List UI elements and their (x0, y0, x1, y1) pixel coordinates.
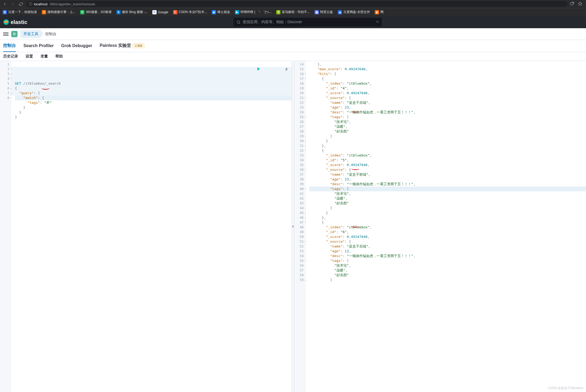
request-pane: 12345678 GET /itbluebox/_search{ "query"… (0, 61, 292, 392)
bookmarks-bar: 百百度一下，你就知道S搜狗搜索引擎 - 上...O360搜索，SO靠谱b微软 B… (0, 8, 586, 16)
request-gutter: 12345678 (0, 61, 11, 392)
response-pane: 1415161718192021222324252627282930313233… (294, 61, 586, 392)
share-icon[interactable] (570, 2, 574, 7)
subtab[interactable]: 变量 (40, 54, 48, 59)
subtabs: 历史记录设置变量帮助 (0, 52, 586, 61)
bookmark-item[interactable]: 百百度一下，你就知道 (3, 10, 37, 14)
subtab[interactable]: 设置 (26, 54, 33, 59)
bookmark-item[interactable]: GGoogle (152, 10, 168, 14)
tab[interactable]: 控制台 (3, 40, 16, 52)
bookmark-item[interactable]: CCSDN-专业IT技术... (173, 10, 207, 14)
back-button[interactable] (2, 1, 7, 7)
subtab[interactable]: 历史记录 (3, 54, 18, 59)
breadcrumb-console: 控制台 (40, 30, 60, 38)
pane-splitter[interactable]: ▮ (292, 61, 294, 392)
tab[interactable]: Painless 实验室公测版 (100, 40, 144, 52)
elastic-logo[interactable]: elastic (3, 19, 27, 25)
url-host: localhost (34, 2, 47, 6)
search-placeholder: 查找应用、内容等。例如：Discover (243, 20, 302, 24)
bookmark-item[interactable]: ▶哔哩哔哩 ( ゜- ゜)つ... (235, 10, 271, 14)
watermark: CSDN @蓝盒子itbluebox (548, 386, 583, 390)
breadcrumb: 开发工具 控制台 (20, 30, 60, 38)
response-gutter: 1415161718192021222324252627282930313233… (294, 61, 306, 392)
tabs-bar: 控制台Search ProfilerGrok DebuggerPainless … (0, 40, 586, 52)
annotation-mark (351, 110, 359, 113)
bookmark-item[interactable]: ◐网 (375, 10, 384, 14)
tab[interactable]: Grok Debugger (61, 40, 92, 52)
forward-button[interactable] (10, 1, 15, 7)
annotation-mark (351, 225, 359, 228)
tab[interactable]: Search Profiler (23, 40, 54, 52)
global-search[interactable]: 查找应用、内容等。例如：Discover ^/ (233, 17, 382, 27)
wrench-icon[interactable] (263, 62, 288, 77)
elastic-brand-text: elastic (11, 19, 27, 25)
response-viewer[interactable]: }, "max_score": 0.49247646, "hits": [ { … (306, 61, 586, 392)
request-editor[interactable]: GET /itbluebox/_search{ "query": { "matc… (11, 61, 292, 392)
bookmark-item[interactable]: O360搜索，SO靠谱 (80, 10, 112, 14)
elastic-header: elastic 查找应用、内容等。例如：Discover ^/ (0, 16, 586, 28)
avatar[interactable]: D (11, 31, 18, 37)
breadcrumb-bar: D 开发工具 控制台 (0, 28, 586, 40)
bookmark-item[interactable]: ◒百度网盘-全部文件 (338, 10, 370, 14)
bookmark-item[interactable]: b微软 Bing 搜索 -... (116, 10, 148, 14)
svg-rect-0 (571, 2, 573, 5)
star-icon[interactable] (578, 2, 582, 7)
info-icon: ⓘ (29, 2, 32, 6)
svg-marker-1 (578, 2, 582, 5)
search-kbd-hint: ^/ (376, 20, 379, 24)
bookmark-item[interactable]: ◉阿里云盘 (315, 10, 333, 14)
annotation-mark (42, 87, 50, 90)
svg-marker-4 (257, 67, 260, 71)
url-bar[interactable]: ⓘ localhost:5601/app/dev_tools#/console (26, 1, 567, 7)
subtab[interactable]: 帮助 (55, 54, 63, 59)
breadcrumb-devtools[interactable]: 开发工具 (20, 30, 40, 38)
annotation-mark (351, 167, 359, 170)
browser-toolbar: ⓘ localhost:5601/app/dev_tools#/console (0, 0, 586, 8)
reload-button[interactable] (18, 1, 23, 7)
bookmark-item[interactable]: S搜狗搜索引擎 - 上... (42, 10, 75, 14)
svg-point-3 (237, 20, 240, 23)
menu-icon[interactable] (3, 31, 9, 37)
bookmark-item[interactable]: R菜鸟教程 - 学的不... (276, 10, 310, 14)
editor-area: 12345678 GET /itbluebox/_search{ "query"… (0, 61, 586, 392)
run-button[interactable] (235, 62, 261, 77)
bookmark-item[interactable]: ◆稀土掘金 (212, 10, 230, 14)
